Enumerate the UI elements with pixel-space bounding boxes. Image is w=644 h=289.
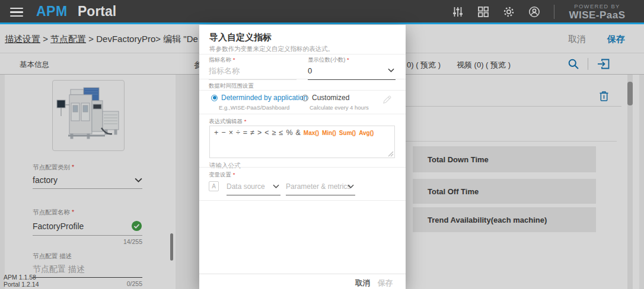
variable-letter-badge: A [209,181,219,191]
metric-name-field: 指标名称 * [209,56,297,80]
divider [199,54,406,54]
function-max[interactable]: Max() [304,130,319,136]
operator-lte[interactable]: ≤ [279,129,283,137]
metric-name-label: 指标名称 * [209,56,297,64]
digits-label: 显示位数(小数) * [308,56,396,64]
dialog-save-button-disabled[interactable]: 保存 [378,278,393,288]
digits-select[interactable]: 0 [308,64,396,80]
formula-hint: 请输入公式 [209,162,241,170]
radio-app-subtext: E.g.,WISE-PaaS/Dashboard [219,104,289,111]
expression-editor: + − × ÷ = ≠ > < ≥ ≤ % & Max() Min() Sum(… [209,126,395,158]
divider [199,167,406,168]
radio-unselected-icon [302,95,308,101]
radio-determined-by-application[interactable]: Determinded by application [211,94,307,102]
dialog-title: 导入自定义指标 [209,32,272,43]
function-min[interactable]: Min() [322,130,336,136]
operator-multiply[interactable]: × [229,129,233,137]
radio-custom-subtext: Calculate every 4 hours [310,104,369,111]
divider [199,200,406,201]
account-icon[interactable] [528,6,540,18]
operator-equals[interactable]: = [243,129,247,137]
footer-divider [199,274,406,274]
radio-customized[interactable]: Customized [302,94,349,102]
divider [199,79,406,79]
header-divider [554,5,554,19]
operator-minus[interactable]: − [221,129,225,137]
function-avg[interactable]: Avg() [359,130,374,136]
divider [199,90,406,91]
digits-field: 显示位数(小数) * 0 [308,56,396,80]
operator-not-equal[interactable]: ≠ [250,129,254,137]
function-sum[interactable]: Sum() [339,130,356,136]
divider [199,114,406,114]
apps-grid-icon[interactable] [477,6,489,18]
powered-by: POWERED BY WISE-PaaS [567,3,627,21]
chevron-down-icon [273,184,279,188]
resize-grip-icon[interactable] [388,151,394,157]
import-custom-metric-dialog: 导入自定义指标 将参数作为变量来定义自定义指标的表达式。 指标名称 * 显示位数… [199,25,406,289]
operator-plus[interactable]: + [214,129,218,137]
gear-icon[interactable] [503,6,515,18]
operator-percent[interactable]: % [286,129,292,137]
tune-sliders-icon[interactable] [452,6,464,18]
operator-divide[interactable]: ÷ [236,129,240,137]
sync-section-title: 数据时间范围设置 [209,82,254,90]
expression-input[interactable] [210,139,394,158]
operator-toolbar: + − × ÷ = ≠ > < ≥ ≤ % & Max() Min() Sum(… [210,126,394,138]
dialog-cancel-button[interactable]: 取消 [355,278,370,288]
operator-ampersand[interactable]: & [296,129,301,137]
brand-portal: Portal [78,4,116,20]
dialog-subtitle: 将参数作为变量来定义自定义指标的表达式。 [209,45,334,53]
expression-section-title: 表达式编辑器 * [209,118,246,126]
operator-greater[interactable]: > [257,129,262,137]
operator-less[interactable]: < [264,129,269,137]
app-header: APM Portal POWERED BY WISE-PaaS [0,0,644,24]
menu-icon[interactable] [10,8,23,17]
chevron-down-icon [388,68,394,72]
data-source-select[interactable]: Data source [227,182,280,195]
operator-gte[interactable]: ≥ [272,129,276,137]
radio-selected-icon [211,95,218,101]
metric-name-input[interactable] [209,64,297,80]
variable-section-title: 变量设置 * [209,171,235,179]
brand-apm: APM [36,4,68,20]
chevron-down-icon [347,184,354,188]
parameter-metrics-select[interactable]: Parameter & metrics [286,182,355,195]
edit-pencil-icon[interactable] [382,95,392,105]
